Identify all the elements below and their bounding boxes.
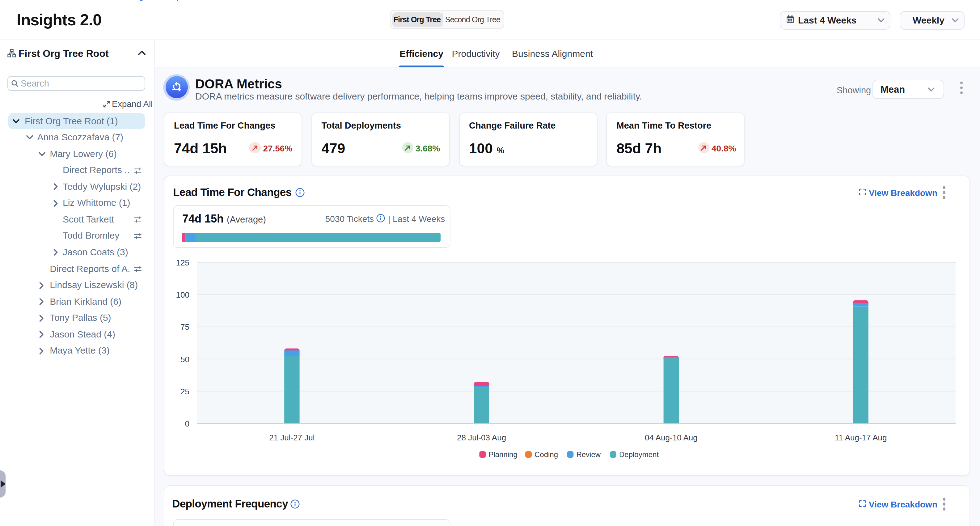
svg-text:Planning: Planning: [488, 450, 517, 458]
svg-text:Coding: Coding: [535, 450, 558, 458]
svg-text:04 Aug-10 Aug: 04 Aug-10 Aug: [645, 433, 698, 442]
svg-text:100: 100: [176, 290, 189, 299]
svg-text:11 Aug-17 Aug: 11 Aug-17 Aug: [835, 433, 887, 442]
svg-text:Deployment: Deployment: [619, 450, 659, 458]
svg-text:75: 75: [180, 322, 189, 331]
svg-text:28 Jul-03 Aug: 28 Jul-03 Aug: [457, 433, 506, 442]
svg-text:Review: Review: [576, 450, 601, 458]
svg-text:0: 0: [185, 419, 189, 428]
svg-text:21 Jul-27 Jul: 21 Jul-27 Jul: [269, 433, 315, 442]
svg-text:125: 125: [176, 258, 189, 267]
svg-text:25: 25: [180, 387, 189, 396]
svg-text:50: 50: [180, 354, 189, 364]
